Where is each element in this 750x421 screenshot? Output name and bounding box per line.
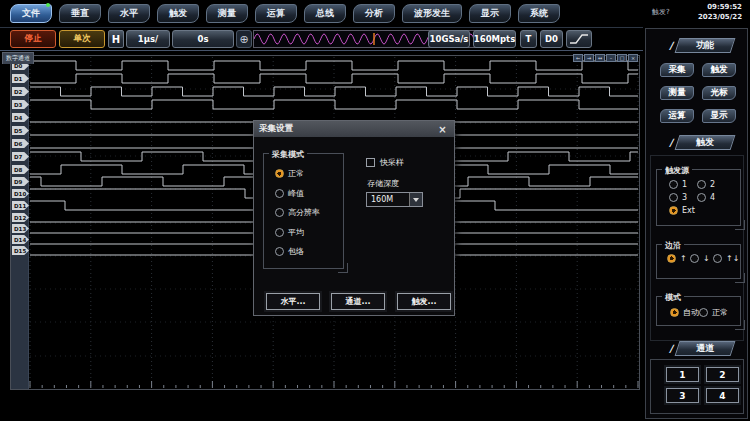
- trigger-source-group: 触发源 1234Ext: [656, 169, 741, 226]
- channel-header-button[interactable]: 通道: [674, 341, 735, 356]
- menu-item-display[interactable]: 显示: [469, 4, 511, 23]
- acq-mode-radio-正常[interactable]: [275, 169, 284, 178]
- trigger-edge-option-↑↓[interactable]: ↑↓: [713, 254, 739, 263]
- fast-sample-option[interactable]: 快采样: [366, 157, 404, 168]
- acq-mode-radio-高分辨率[interactable]: [275, 208, 284, 217]
- menu-item-math[interactable]: 运算: [255, 4, 297, 23]
- trigger-edge-radio-↑[interactable]: [667, 254, 676, 263]
- trigger-source-option-1[interactable]: 1: [669, 180, 687, 189]
- horizontal-settings-button[interactable]: 水平...: [266, 293, 320, 310]
- maximize-icon[interactable]: □: [617, 54, 627, 62]
- trigger-source-option-4[interactable]: 4: [697, 193, 715, 202]
- trigger-mode-option-正常[interactable]: 正常: [699, 307, 728, 318]
- menu-item-label: 触发: [169, 7, 187, 20]
- channel-badge-D2[interactable]: D2: [12, 87, 29, 96]
- memory-depth-readout: 160Mpts: [473, 30, 516, 48]
- acq-mode-option-峰值[interactable]: 峰值: [275, 188, 320, 199]
- trigger-edge-option-↑[interactable]: ↑: [667, 254, 687, 263]
- trigger-source-readout[interactable]: D0: [540, 30, 563, 48]
- trigger-mode-radio-正常[interactable]: [699, 308, 708, 317]
- memory-depth-dropdown[interactable]: 160M: [366, 192, 423, 207]
- trigger-edge-radio-↑↓[interactable]: [713, 254, 722, 263]
- channel-badge-D12[interactable]: D12: [12, 213, 29, 222]
- channel-badge-D7[interactable]: D7: [12, 152, 29, 161]
- trigger-source-radio-1[interactable]: [669, 180, 678, 189]
- trigger-source-radio-3[interactable]: [669, 193, 678, 202]
- horizontal-delay-button[interactable]: 0s: [172, 30, 234, 48]
- channel-badge-D6[interactable]: D6: [12, 139, 29, 148]
- trigger-source-option-2[interactable]: 2: [697, 180, 715, 189]
- function-button-display[interactable]: 显示: [702, 109, 736, 123]
- channel-badge-D11[interactable]: D11: [12, 201, 29, 210]
- menu-item-vertical[interactable]: 垂直: [59, 4, 101, 23]
- menu-item-wavegen[interactable]: 波形发生: [402, 4, 462, 23]
- trigger-slope-button[interactable]: [566, 30, 592, 48]
- trigger-source-radio-4[interactable]: [697, 193, 706, 202]
- trigger-source-radio-2[interactable]: [697, 180, 706, 189]
- acq-mode-radio-包络[interactable]: [275, 247, 284, 256]
- close-icon[interactable]: ×: [436, 123, 449, 136]
- channel-button-2[interactable]: 2: [706, 367, 739, 382]
- dialog-titlebar[interactable]: 采集设置 ×: [254, 121, 454, 137]
- channel-badge-D8[interactable]: D8: [12, 165, 29, 174]
- acq-mode-option-包络[interactable]: 包络: [275, 246, 320, 257]
- close-icon[interactable]: ×: [628, 54, 638, 62]
- trigger-mode-option-自动[interactable]: 自动: [670, 307, 699, 318]
- channel-header-label: 通道: [696, 342, 714, 355]
- single-button[interactable]: 单次: [59, 30, 105, 48]
- channel-badge-D13[interactable]: D13: [12, 224, 29, 233]
- trigger-header-button[interactable]: 触发: [674, 135, 735, 150]
- menu-item-horizontal[interactable]: 水平: [108, 4, 150, 23]
- scroll-right-icon[interactable]: →: [584, 54, 594, 62]
- menu-item-measure[interactable]: 测量: [206, 4, 248, 23]
- function-button-cursor[interactable]: 光标: [702, 86, 736, 100]
- acq-mode-option-高分辨率[interactable]: 高分辨率: [275, 207, 320, 218]
- menu-item-trigger[interactable]: 触发: [157, 4, 199, 23]
- menu-item-system[interactable]: 系统: [518, 4, 560, 23]
- function-button-trigger[interactable]: 触发: [702, 63, 736, 77]
- fast-sample-checkbox[interactable]: [366, 158, 375, 167]
- digital-channels-tab[interactable]: 数字通道: [2, 52, 34, 64]
- menu-item-bus[interactable]: 总线: [304, 4, 346, 23]
- zoom-icon[interactable]: ⊕: [236, 30, 252, 48]
- fit-icon[interactable]: ↔: [595, 54, 605, 62]
- channel-button-3[interactable]: 3: [666, 388, 699, 403]
- acq-mode-radio-峰值[interactable]: [275, 189, 284, 198]
- menu-item-analyze[interactable]: 分析: [353, 4, 395, 23]
- channel-badge-D1[interactable]: D1: [12, 74, 29, 83]
- trigger-source-radio-Ext[interactable]: [669, 206, 678, 215]
- function-button-measure[interactable]: 测量: [660, 86, 694, 100]
- channel-badge-D10[interactable]: D10: [12, 189, 29, 198]
- trigger-source-label: Ext: [682, 206, 695, 215]
- trigger-edge-radio-↓[interactable]: [690, 254, 699, 263]
- trigger-source-option-Ext[interactable]: Ext: [669, 206, 695, 215]
- acq-mode-radio-平均[interactable]: [275, 228, 284, 237]
- channel-badge-D9[interactable]: D9: [12, 177, 29, 186]
- channel-label-strip: D0D1D2D3D4D5D6D7D8D9D10D11D12D13D14D15: [11, 56, 29, 389]
- stop-button[interactable]: 停止: [10, 30, 56, 48]
- channel-button-1[interactable]: 1: [666, 367, 699, 382]
- trigger-settings-button[interactable]: 触发...: [397, 293, 451, 310]
- channel-badge-D14[interactable]: D14: [12, 235, 29, 244]
- control-sidebar: 功能 采集触发测量光标运算显示 触发 触发源 1234Ext 边沿 ↑↓↑↓ 模…: [645, 28, 748, 419]
- channel-badge-D3[interactable]: D3: [12, 100, 29, 109]
- dropdown-arrow-icon[interactable]: [409, 193, 422, 206]
- function-header-button[interactable]: 功能: [674, 38, 735, 53]
- trigger-mode-radio-自动[interactable]: [670, 308, 679, 317]
- trigger-source-option-3[interactable]: 3: [669, 193, 687, 202]
- acq-mode-option-正常[interactable]: 正常: [275, 168, 320, 179]
- channel-badge-D4[interactable]: D4: [12, 113, 29, 122]
- trigger-edge-option-↓[interactable]: ↓: [690, 254, 710, 263]
- channel-button-4[interactable]: 4: [706, 388, 739, 403]
- channel-badge-D5[interactable]: D5: [12, 126, 29, 135]
- function-button-acquire[interactable]: 采集: [660, 63, 694, 77]
- channel-settings-button[interactable]: 通道...: [331, 293, 385, 310]
- function-button-math[interactable]: 运算: [660, 109, 694, 123]
- channel-badge-D15[interactable]: D15: [12, 246, 29, 255]
- acq-mode-option-平均[interactable]: 平均: [275, 227, 320, 238]
- scroll-left-icon[interactable]: ←: [573, 54, 583, 62]
- minimize-icon[interactable]: –: [606, 54, 616, 62]
- menu-item-file[interactable]: 文件: [10, 4, 52, 23]
- trigger-status-text: 触发?: [652, 7, 670, 17]
- timebase-button[interactable]: 1μs/: [126, 30, 170, 48]
